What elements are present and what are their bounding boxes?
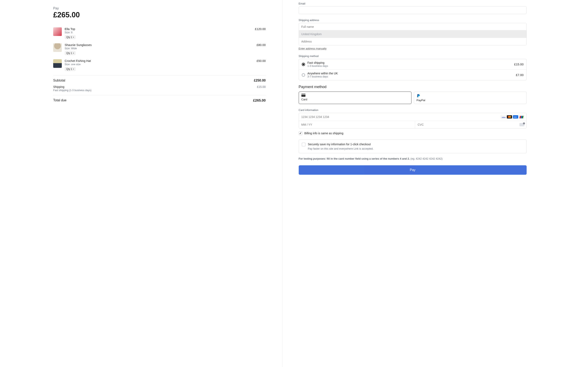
shipping-note: Fast shipping (1-3 business days) (53, 89, 91, 92)
subtotal-value: £250.00 (254, 79, 266, 82)
unionpay-icon (519, 115, 524, 118)
payment-method-heading: Payment method (299, 85, 527, 89)
shipping-option-fast[interactable]: Fast shipping 1-3 business days £15.00 (299, 59, 527, 69)
chevron-down-icon: ▾ (73, 68, 74, 70)
radio-icon (302, 63, 305, 66)
test-note: For testing purposes: fill in the card n… (299, 157, 527, 161)
email-input[interactable] (299, 6, 527, 14)
svg-text:AMEX: AMEX (514, 117, 517, 118)
product-name: Ella Top (65, 27, 252, 31)
card-info-label: Card information (299, 108, 527, 112)
qty-label: Qty 1 (66, 52, 72, 55)
card-expiry-input[interactable] (299, 121, 415, 128)
country-select[interactable] (299, 30, 527, 38)
pay-amount: £265.00 (53, 11, 266, 19)
save-info-box: Securely save my information for 1-click… (299, 140, 527, 153)
line-item: Shaunie Sunglasses Size: Wide Qty 1 ▾ £8… (53, 43, 266, 55)
product-thumb (53, 27, 62, 36)
product-name: Shaunie Sunglasses (65, 43, 254, 47)
qty-label: Qty 1 (66, 36, 72, 39)
product-thumb (53, 43, 62, 52)
chevron-down-icon: ▾ (73, 36, 74, 38)
order-summary-panel: Pay £265.00 Ella Top Size: 8 Qty 1 ▾ £12… (0, 0, 282, 367)
qty-selector[interactable]: Qty 1 ▾ (65, 51, 76, 55)
visa-icon: VISA (501, 115, 506, 118)
card-icon (301, 94, 305, 97)
svg-text:VISA: VISA (502, 117, 506, 118)
line-item: Crochet Fishing Hat Size: one size Qty 1… (53, 59, 266, 71)
radio-icon (302, 73, 305, 77)
product-thumb (53, 59, 62, 68)
card-brand-icons: VISA AMEX (501, 115, 524, 118)
cvc-icon (519, 123, 524, 126)
payment-option-paypal[interactable]: PayPal (414, 92, 527, 104)
checkbox-icon (299, 131, 303, 135)
payment-option-card[interactable]: Card (299, 92, 411, 104)
test-note-bold: For testing purposes: fill in the card n… (299, 157, 410, 160)
product-size: Size: Wide (65, 47, 254, 50)
email-label: Email (299, 2, 527, 5)
card-cvc-input[interactable] (415, 121, 527, 128)
mastercard-icon (507, 115, 512, 118)
product-size: Size: 8 (65, 31, 252, 34)
svg-rect-0 (301, 94, 305, 97)
save-info-sub: Pay faster on this site and everywhere L… (308, 147, 524, 150)
test-note-rest: (eg. 4242 4242 4242 4242) (410, 157, 442, 160)
payment-option-label: PayPal (416, 99, 524, 102)
shipping-value: £15.00 (257, 85, 266, 92)
chevron-down-icon: ▾ (73, 52, 74, 54)
address-input[interactable] (299, 38, 527, 45)
shipping-address-group (299, 23, 527, 45)
total-due-value: £265.00 (253, 99, 266, 103)
product-price: £120.00 (255, 27, 266, 39)
billing-same-label: Billing info is same as shipping (304, 132, 344, 135)
save-info-checkbox[interactable] (302, 143, 305, 146)
qty-selector[interactable]: Qty 1 ▾ (65, 67, 76, 71)
shipping-option-title: Fast shipping (308, 61, 512, 64)
subtotal-label: Subtotal (53, 79, 65, 82)
fullname-input[interactable] (299, 23, 527, 30)
shipping-method-group: Fast shipping 1-3 business days £15.00 A… (299, 59, 527, 80)
amex-icon: AMEX (513, 115, 518, 118)
billing-same-row[interactable]: Billing info is same as shipping (299, 131, 527, 135)
qty-selector[interactable]: Qty 1 ▾ (65, 35, 76, 39)
pay-label: Pay (53, 7, 266, 10)
shipping-address-label: Shipping address (299, 19, 527, 22)
pay-button[interactable]: Pay (299, 165, 527, 175)
shipping-option-sub: 1-3 business days (308, 65, 512, 67)
shipping-label: Shipping (53, 85, 91, 89)
product-name: Crochet Fishing Hat (65, 59, 254, 63)
product-price: £80.00 (257, 43, 266, 55)
line-item: Ella Top Size: 8 Qty 1 ▾ £120.00 (53, 27, 266, 39)
qty-label: Qty 1 (66, 68, 72, 70)
shipping-option-standard[interactable]: Anywhere within the UK 3-7 business days… (299, 69, 527, 80)
enter-address-manually-link[interactable]: Enter address manually (299, 47, 327, 50)
shipping-option-price: £7.00 (516, 73, 524, 77)
total-due-label: Total due (53, 99, 67, 103)
shipping-option-title: Anywhere within the UK (308, 72, 514, 75)
save-info-title: Securely save my information for 1-click… (308, 143, 524, 146)
product-size: Size: one size (65, 63, 254, 66)
card-number-input[interactable] (299, 113, 527, 121)
payment-option-label: Card (301, 98, 409, 101)
card-info-group: VISA AMEX (299, 113, 527, 129)
paypal-icon (416, 94, 420, 98)
svg-rect-1 (301, 94, 305, 95)
shipping-method-label: Shipping method (299, 55, 527, 58)
shipping-option-price: £15.00 (514, 63, 524, 66)
checkout-form-panel: Email Shipping address Enter address man… (282, 0, 588, 367)
product-price: £50.00 (257, 59, 266, 71)
shipping-option-sub: 3-7 business days (308, 75, 514, 78)
